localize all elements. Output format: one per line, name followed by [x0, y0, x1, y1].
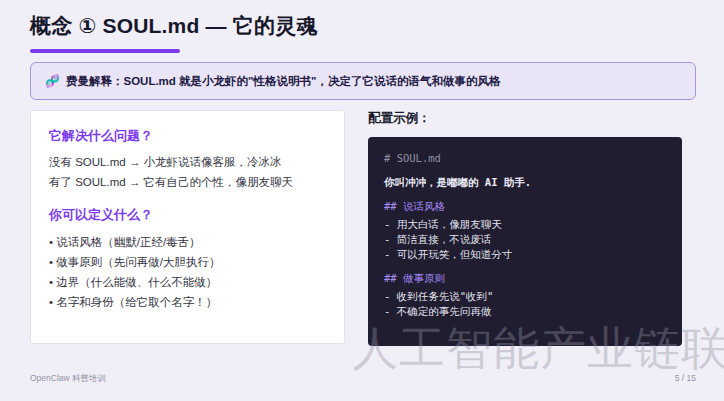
problem-line: 没有 SOUL.md → 小龙虾说话像客服，冷冰冰	[49, 153, 326, 173]
soul-md-code-block: # SOUL.md你叫冲冲，是嘟嘟的 AI 助手.## 说话风格- 用大白话，像…	[368, 137, 682, 346]
problem-lines: 没有 SOUL.md → 小龙虾说话像客服，冷冰冰有了 SOUL.md → 它有…	[49, 153, 326, 192]
define-bullet-item: 说话风格（幽默/正经/毒舌）	[49, 232, 326, 252]
define-bullet-item: 名字和身份（给它取个名字！）	[49, 292, 326, 312]
code-line: ## 做事原则	[384, 271, 666, 286]
callout-text: 费曼解释：SOUL.md 就是小龙虾的"性格说明书"，决定了它说话的语气和做事的…	[66, 74, 501, 89]
footer: OpenClaw 科普培训 5 / 15	[30, 373, 696, 385]
code-line: - 可以开玩笑，但知道分寸	[384, 247, 666, 262]
code-line: # SOUL.md	[384, 151, 666, 166]
problem-panel: 它解决什么问题？ 没有 SOUL.md → 小龙虾说话像客服，冷冰冰有了 SOU…	[30, 110, 345, 344]
page-title: 概念 ① SOUL.md — 它的灵魂	[30, 12, 318, 40]
problem-heading: 它解决什么问题？	[49, 127, 326, 145]
dna-icon: 🧬	[45, 74, 60, 88]
code-line: - 不确定的事先问再做	[384, 304, 666, 319]
config-example-label: 配置示例：	[368, 110, 682, 127]
define-bullet-list: 说话风格（幽默/正经/毒舌）做事原则（先问再做/大胆执行）边界（什么能做、什么不…	[49, 232, 326, 313]
code-line: - 收到任务先说"收到"	[384, 289, 666, 304]
footer-course-name: OpenClaw 科普培训	[30, 373, 106, 385]
title-accent-bar	[30, 49, 180, 53]
problem-line: 有了 SOUL.md → 它有自己的个性，像朋友聊天	[49, 173, 326, 193]
page-number: 5 / 15	[675, 373, 696, 385]
code-line: 你叫冲冲，是嘟嘟的 AI 助手.	[384, 175, 666, 190]
slide: 概念 ① SOUL.md — 它的灵魂 🧬 费曼解释：SOUL.md 就是小龙虾…	[0, 0, 724, 401]
title-block: 概念 ① SOUL.md — 它的灵魂	[30, 12, 318, 53]
define-bullet-item: 做事原则（先问再做/大胆执行）	[49, 252, 326, 272]
define-bullet-item: 边界（什么能做、什么不能做）	[49, 272, 326, 292]
code-line: ## 说话风格	[384, 199, 666, 214]
config-section: 配置示例： # SOUL.md你叫冲冲，是嘟嘟的 AI 助手.## 说话风格- …	[368, 110, 682, 346]
code-line: - 简洁直接，不说废话	[384, 232, 666, 247]
code-line: - 用大白话，像朋友聊天	[384, 217, 666, 232]
feynman-callout: 🧬 费曼解释：SOUL.md 就是小龙虾的"性格说明书"，决定了它说话的语气和做…	[30, 62, 696, 100]
define-heading: 你可以定义什么？	[49, 206, 326, 224]
